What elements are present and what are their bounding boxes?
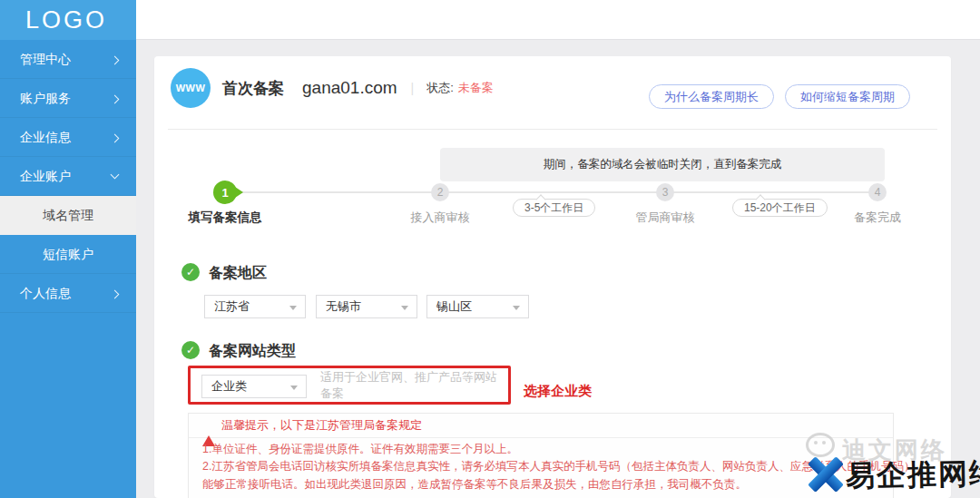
chevron-down-icon: [290, 386, 298, 390]
warning-triangle-icon: !: [202, 420, 215, 431]
chevron-right-icon: [111, 95, 120, 104]
chevron-down-icon: [111, 171, 120, 180]
sidebar-item-label: 企业账户: [20, 169, 71, 183]
notice-title-row: ! 温馨提示，以下是江苏管理局备案规定: [189, 414, 893, 438]
status-badge: 未备案: [458, 80, 494, 96]
province-select-value: 江苏省: [214, 298, 250, 315]
site-type-hint: 适用于企业官网、推广产品等网站备案: [320, 368, 508, 402]
region-section-title: 备案地区: [209, 264, 267, 283]
help-buttons: 为什么备案周期长 如何缩短备案周期: [649, 84, 910, 109]
site-type-highlight-box: 企业类 适用于企业官网、推广产品等网站备案: [188, 366, 511, 405]
progress-line: [225, 191, 877, 193]
step-4-badge: 4: [868, 183, 887, 201]
regulation-notice-box: ! 温馨提示，以下是江苏管理局备案规定 1.单位证件、身份证需提供原件。证件有效…: [188, 413, 894, 498]
step-2-label: 接入商审核: [381, 210, 499, 226]
sidebar-item-label: 企业信息: [20, 130, 71, 144]
how-shorten-filing-button[interactable]: 如何缩短备案周期: [785, 84, 910, 109]
step-4-label: 备案完成: [818, 210, 936, 226]
sidebar-item-enterprise-account[interactable]: 企业账户: [0, 157, 136, 196]
chevron-right-icon: [111, 56, 120, 65]
sidebar-item-label: 短信账户: [43, 247, 93, 261]
step-3-label: 管局商审核: [606, 210, 724, 226]
duration-pill-bureau: 15-20个工作日: [732, 199, 828, 217]
sidebar-item-label: 管理中心: [20, 52, 71, 66]
duration-pill-review: 3-5个工作日: [513, 199, 595, 217]
notice-title: 温馨提示，以下是江苏管理局备案规定: [221, 417, 422, 434]
sidebar-item-label: 个人信息: [20, 286, 71, 300]
chevron-right-icon: [111, 134, 120, 143]
step-2-badge: 2: [431, 183, 449, 201]
notice-rule-2: 2.江苏省管局会电话回访核实所填备案信息真实性，请务必填写本人真实的手机号码（包…: [202, 459, 915, 474]
sidebar-item-management-center[interactable]: 管理中心: [0, 40, 136, 79]
notice-rule-2-continued: 能够正常接听电话。如出现此类退回原因，造成暂停备案等不良后果及损失，由您自行承担…: [202, 477, 747, 493]
sidebar-item-sms-account[interactable]: 短信账户: [0, 235, 136, 274]
chevron-down-icon: [289, 306, 297, 310]
app-logo: LOGO: [0, 0, 136, 40]
sidebar-item-personal-info[interactable]: 个人信息: [0, 274, 136, 313]
sidebar-item-enterprise-info[interactable]: 企业信息: [0, 118, 136, 157]
step-1-badge: 1: [213, 181, 237, 204]
check-icon: ✓: [181, 263, 200, 281]
why-filing-long-button[interactable]: 为什么备案周期长: [649, 84, 774, 109]
step-3-badge: 3: [656, 183, 674, 201]
chevron-right-icon: [111, 290, 120, 299]
sidebar-item-account-services[interactable]: 账户服务: [0, 79, 136, 118]
city-select-value: 无锡市: [326, 298, 361, 315]
sidebar-item-domain-management[interactable]: 域名管理: [0, 196, 136, 235]
filing-card: WWW 首次备案 gana01.com | 状态: 未备案 为什么备案周期长 如…: [154, 56, 951, 498]
step-1-label: 填写备案信息: [166, 210, 284, 226]
chevron-down-icon: [401, 306, 408, 310]
city-select[interactable]: 无锡市: [316, 295, 417, 318]
site-type-section-title: 备案网站类型: [209, 342, 296, 361]
www-globe-icon: WWW: [171, 68, 211, 108]
notice-rule-1: 1.单位证件、身份证需提供原件。证件有效期需要三个月以上。: [202, 442, 518, 457]
status-label: 状态:: [426, 80, 454, 96]
filing-header: WWW 首次备案 gana01.com | 状态: 未备案: [171, 67, 494, 109]
choose-enterprise-annotation: 选择企业类: [524, 383, 592, 400]
steps-notice-tooltip: 期间，备案的域名会被临时关闭，直到备案完成: [440, 148, 885, 181]
top-navbar: [136, 0, 980, 40]
province-select[interactable]: 江苏省: [204, 295, 306, 318]
district-select-value: 锡山区: [436, 298, 472, 315]
district-select[interactable]: 锡山区: [426, 295, 529, 318]
divider: |: [411, 81, 415, 95]
sidebar-item-label: 账户服务: [20, 91, 71, 105]
divider: [168, 129, 937, 130]
site-type-select[interactable]: 企业类: [201, 375, 307, 398]
sidebar: LOGO 管理中心 账户服务 企业信息 企业账户 域名管理 短信账户 个人信息: [0, 0, 136, 498]
chevron-down-icon: [513, 306, 520, 310]
domain-name: gana01.com: [302, 78, 397, 98]
site-type-select-value: 企业类: [211, 378, 247, 395]
check-icon: ✓: [181, 341, 200, 359]
sidebar-item-label: 域名管理: [43, 208, 93, 222]
page-title: 首次备案: [222, 78, 284, 99]
